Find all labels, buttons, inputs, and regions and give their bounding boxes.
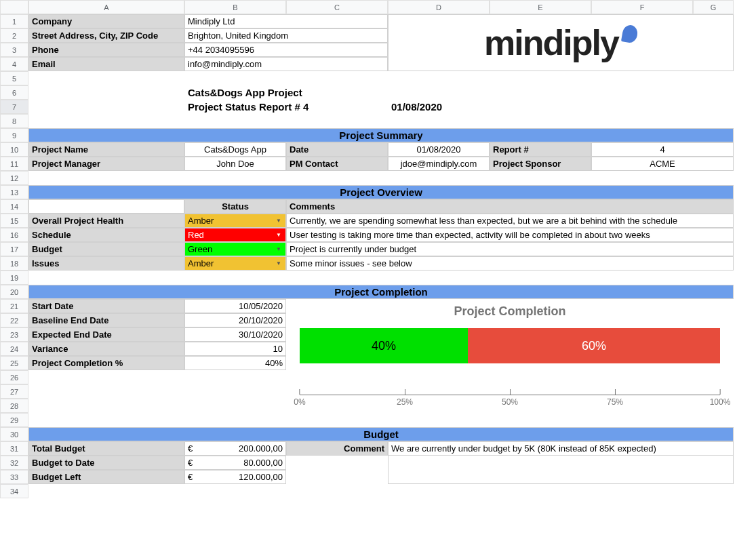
budget-todate-value[interactable]: €80.000,00 [184,456,286,470]
empty-cell[interactable] [28,71,734,85]
row-header[interactable]: 13 [0,185,28,199]
row-header[interactable]: 8 [0,114,28,128]
empty-cell[interactable] [28,399,286,413]
completion-pct-label[interactable]: Project Completion % [28,356,184,370]
sponsor-label[interactable]: Project Sponsor [490,157,591,171]
row-header[interactable]: 32 [0,456,28,470]
empty-cell[interactable] [490,100,734,114]
row-header[interactable]: 1 [0,14,28,28]
row-header[interactable]: 31 [0,441,28,456]
issues-label[interactable]: Issues [28,256,184,271]
budget-left-label[interactable]: Budget Left [28,470,184,484]
row-header[interactable]: 10 [0,142,28,157]
row-header[interactable]: 29 [0,413,28,427]
report-subtitle[interactable]: Project Status Report # 4 [184,100,388,114]
overall-health-comment[interactable]: Currently, we are spending somewhat less… [286,214,734,228]
budget-comment[interactable]: Project is currently under budget [286,242,734,256]
row-header[interactable]: 17 [0,242,28,256]
report-num-label[interactable]: Report # [490,142,591,157]
address-label[interactable]: Street Address, City, ZIP Code [28,28,184,43]
schedule-comment[interactable]: User testing is taking more time than ex… [286,228,734,242]
row-header[interactable]: 16 [0,228,28,242]
date-value[interactable]: 01/08/2020 [388,142,490,157]
col-header-B[interactable]: B [184,0,286,14]
row-header[interactable]: 27 [0,384,28,399]
phone-label[interactable]: Phone [28,43,184,57]
row-header[interactable]: 19 [0,271,28,285]
empty-cell[interactable] [28,171,734,185]
email-value[interactable]: info@mindiply.com [184,57,388,71]
project-summary-header[interactable]: Project Summary [28,128,734,142]
row-header[interactable]: 6 [0,85,28,100]
project-name-value[interactable]: Cats&Dogs App [184,142,286,157]
issues-status-dropdown[interactable]: Amber [184,256,286,271]
row-header[interactable]: 14 [0,199,28,214]
project-completion-header[interactable]: Project Completion [28,285,734,299]
col-header-D[interactable]: D [388,0,490,14]
empty-cell[interactable] [28,199,184,214]
empty-cell[interactable] [28,100,184,114]
company-value[interactable]: Mindiply Ltd [184,14,388,28]
baseline-end-value[interactable]: 20/10/2020 [184,313,286,327]
pm-value[interactable]: John Doe [184,157,286,171]
row-header[interactable]: 7 [0,100,28,114]
row-header[interactable]: 11 [0,157,28,171]
address-value[interactable]: Brighton, United Kingdom [184,28,388,43]
pm-contact-value[interactable]: jdoe@mindiply.com [388,157,490,171]
budget-comment-value[interactable]: We are currently under budget by 5K (80K… [388,441,734,456]
variance-label[interactable]: Variance [28,342,184,356]
empty-cell[interactable] [28,484,734,498]
company-label[interactable]: Company [28,14,184,28]
empty-cell[interactable] [286,456,388,470]
budget-status-dropdown[interactable]: Green [184,242,286,256]
row-header[interactable]: 22 [0,313,28,327]
budget-comment-label[interactable]: Comment [286,441,388,456]
row-header[interactable]: 34 [0,484,28,498]
row-header[interactable]: 18 [0,256,28,271]
row-header[interactable]: 24 [0,342,28,356]
budget-label[interactable]: Budget [28,242,184,256]
empty-cell[interactable] [28,384,286,399]
status-col-header[interactable]: Status [184,199,286,214]
col-header-F[interactable]: F [591,0,693,14]
row-header[interactable]: 26 [0,370,28,384]
row-header[interactable]: 15 [0,214,28,228]
budget-todate-label[interactable]: Budget to Date [28,456,184,470]
overall-health-status-dropdown[interactable]: Amber [184,214,286,228]
row-header[interactable]: 21 [0,299,28,313]
project-name-label[interactable]: Project Name [28,142,184,157]
pm-label[interactable]: Project Manager [28,157,184,171]
row-header[interactable]: 2 [0,28,28,43]
col-header-C[interactable]: C [286,0,388,14]
start-date-label[interactable]: Start Date [28,299,184,313]
schedule-label[interactable]: Schedule [28,228,184,242]
expected-end-label[interactable]: Expected End Date [28,327,184,342]
empty-cell[interactable] [388,470,734,484]
row-header[interactable]: 23 [0,327,28,342]
row-header[interactable]: 20 [0,285,28,299]
completion-pct-value[interactable]: 40% [184,356,286,370]
empty-cell[interactable] [286,470,388,484]
row-header[interactable]: 9 [0,128,28,142]
comments-col-header[interactable]: Comments [286,199,734,214]
email-label[interactable]: Email [28,57,184,71]
report-date[interactable]: 01/08/2020 [388,100,490,114]
empty-cell[interactable] [28,114,734,128]
schedule-status-dropdown[interactable]: Red [184,228,286,242]
row-header[interactable]: 33 [0,470,28,484]
empty-cell[interactable] [28,413,286,427]
row-header[interactable]: 12 [0,171,28,185]
pm-contact-label[interactable]: PM Contact [286,157,388,171]
start-date-value[interactable]: 10/05/2020 [184,299,286,313]
row-header[interactable]: 28 [0,399,28,413]
empty-cell[interactable] [388,456,734,470]
overall-health-label[interactable]: Overall Project Health [28,214,184,228]
report-num-value[interactable]: 4 [591,142,734,157]
budget-header[interactable]: Budget [28,427,734,441]
expected-end-value[interactable]: 30/10/2020 [184,327,286,342]
row-header[interactable]: 25 [0,356,28,370]
col-header-A[interactable]: A [28,0,184,14]
date-label[interactable]: Date [286,142,388,157]
corner-cell[interactable] [0,0,28,14]
project-overview-header[interactable]: Project Overview [28,185,734,199]
